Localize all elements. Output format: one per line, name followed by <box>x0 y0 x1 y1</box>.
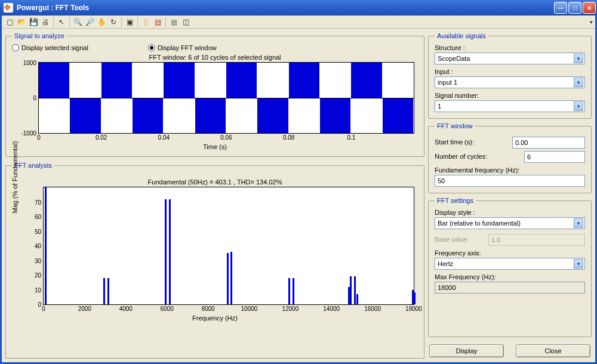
fft-settings-panel: FFT settings Display style : Bar (relati… <box>428 197 592 337</box>
input-label: Input : <box>435 68 585 75</box>
toolbar: ▢ 📂 💾 🖨 ↖ 🔍 🔎 ✋ ↻ ▣ ▯ ▤ ▦ ◫ ▾ <box>2 16 595 29</box>
zoom-out-icon[interactable]: 🔎 <box>84 17 95 27</box>
chevron-down-icon: ▼ <box>574 101 583 111</box>
minimize-button[interactable]: — <box>554 2 567 14</box>
separator <box>53 17 54 27</box>
fftwin-legend: FFT window <box>435 122 475 129</box>
base-value-label: Base value: <box>435 236 488 243</box>
signal-chart: FFT window: 6 of 10 cycles of selected s… <box>12 54 418 150</box>
cycles-value: 6 <box>527 153 531 161</box>
toolbar-overflow-icon[interactable]: ▾ <box>590 19 593 25</box>
structure-value: ScopeData <box>438 55 470 62</box>
radio-display-selected[interactable]: Display selected signal <box>12 44 88 51</box>
new-icon[interactable]: ▢ <box>4 17 15 27</box>
cycles-input[interactable]: 6 <box>524 151 585 163</box>
fft-chart: Fundamental (50Hz) = 403.1 , THD= 134.02… <box>12 178 418 322</box>
datacursor-icon[interactable]: ▣ <box>124 17 135 27</box>
cycles-label: Number of cycles: <box>435 153 524 160</box>
freq-axis-value: Hertz <box>438 260 453 267</box>
radio-label: Display selected signal <box>21 44 88 51</box>
structure-label: Structure : <box>435 44 585 51</box>
window-title: Powergui : FFT Tools <box>17 4 553 12</box>
signum-select[interactable]: 1▼ <box>435 100 585 112</box>
display-button-label: Display <box>456 347 477 354</box>
window-titlebar: Powergui : FFT Tools — □ ✕ <box>0 0 597 16</box>
max-freq-value: 18000 <box>438 284 456 291</box>
pointer-icon[interactable]: ↖ <box>56 17 67 27</box>
legend-icon[interactable]: ▤ <box>152 17 163 27</box>
radio-label: Display FFT window <box>158 44 217 51</box>
app-icon <box>4 3 13 13</box>
style-label: Display style : <box>435 209 585 216</box>
signum-value: 1 <box>438 103 441 110</box>
signal-xlabel: Time (s) <box>12 143 418 150</box>
separator <box>165 17 166 27</box>
fft-plot-area: Mag (% of Fundamental) 01020304050607002… <box>43 187 414 305</box>
chevron-down-icon: ▼ <box>574 259 583 269</box>
freq-axis-label: Frequency axis: <box>435 249 585 257</box>
max-freq-input[interactable]: 18000 <box>435 282 585 294</box>
separator <box>137 17 138 27</box>
pan-icon[interactable]: ✋ <box>96 17 107 27</box>
base-value: 1.0 <box>491 236 500 243</box>
separator <box>69 17 70 27</box>
signal-plot-area: -10000100000.020.040.060.080.1 <box>38 62 414 134</box>
zoom-in-icon[interactable]: 🔍 <box>72 17 83 27</box>
fft-xlabel: Frequency (Hz) <box>12 314 418 322</box>
axes-icon[interactable]: ▦ <box>168 17 179 27</box>
radio-display-fft[interactable]: Display FFT window <box>148 44 217 51</box>
signum-label: Signal number: <box>435 92 585 99</box>
available-legend: Available signals <box>435 32 488 39</box>
fundfreq-label: Fundamental frequency (Hz): <box>435 166 585 174</box>
fundfreq-value: 50 <box>438 177 445 184</box>
maximize-button[interactable]: □ <box>568 2 581 14</box>
print-icon[interactable]: 🖨 <box>40 17 51 27</box>
close-panel-button[interactable]: Close <box>516 344 590 357</box>
colorbar-icon[interactable]: ▯ <box>140 17 151 27</box>
subplot-icon[interactable]: ◫ <box>180 17 191 27</box>
fft-chart-title: Fundamental (50Hz) = 403.1 , THD= 134.02… <box>12 178 418 186</box>
fft-window-panel: FFT window Start time (s): 0.00 Number o… <box>428 122 592 193</box>
max-freq-label: Max Frequency (Hz): <box>435 273 585 280</box>
fundfreq-input[interactable]: 50 <box>435 175 585 187</box>
radio-icon <box>12 44 19 51</box>
close-button[interactable]: ✕ <box>583 2 596 14</box>
start-time-label: Start time (s): <box>435 138 512 146</box>
radio-icon <box>148 44 155 51</box>
save-icon[interactable]: 💾 <box>28 17 39 27</box>
style-select[interactable]: Bar (relative to fundamental)▼ <box>435 217 585 229</box>
signal-to-analyze-panel: Signal to analyze Display selected signa… <box>5 32 424 157</box>
start-time-input[interactable]: 0.00 <box>512 137 585 149</box>
separator <box>121 17 122 27</box>
rotate-icon[interactable]: ↻ <box>108 17 119 27</box>
signal-chart-title: FFT window: 6 of 10 cycles of selected s… <box>12 54 418 61</box>
freq-axis-select[interactable]: Hertz▼ <box>435 258 585 270</box>
chevron-down-icon: ▼ <box>574 218 583 228</box>
display-button[interactable]: Display <box>429 344 504 357</box>
fft-analysis-panel: FFT analysis Fundamental (50Hz) = 403.1 … <box>5 162 424 359</box>
chevron-down-icon: ▼ <box>574 78 583 87</box>
close-button-label: Close <box>544 347 561 354</box>
fft-ylabel: Mag (% of Fundamental) <box>11 141 19 213</box>
chevron-down-icon: ▼ <box>574 54 583 63</box>
open-icon[interactable]: 📂 <box>16 17 27 27</box>
start-time-value: 0.00 <box>515 139 528 146</box>
input-value: input 1 <box>438 79 457 86</box>
input-select[interactable]: input 1▼ <box>435 76 585 88</box>
available-signals-panel: Available signals Structure : ScopeData▼… <box>428 32 592 119</box>
base-value-input: 1.0 <box>488 234 585 246</box>
fftset-legend: FFT settings <box>435 197 476 204</box>
signal-panel-legend: Signal to analyze <box>12 32 67 39</box>
style-value: Bar (relative to fundamental) <box>438 220 521 227</box>
structure-select[interactable]: ScopeData▼ <box>435 53 585 64</box>
